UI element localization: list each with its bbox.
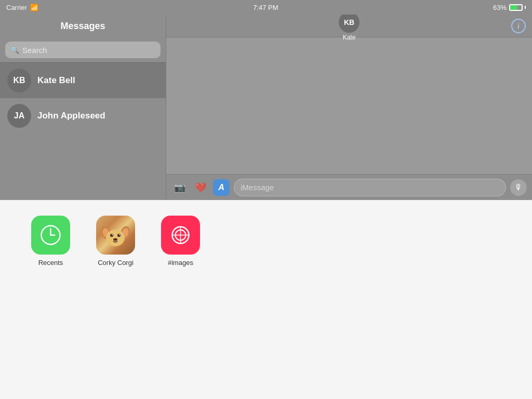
svg-point-10 — [117, 234, 121, 237]
images-icon — [161, 216, 200, 255]
heart-icon: ❤️ — [195, 182, 206, 193]
search-bar[interactable]: 🔍 Search — [5, 42, 161, 58]
apps-row: Recents — [0, 200, 532, 282]
camera-icon: 📷 — [174, 182, 185, 193]
corgi-label: Corky Corgi — [98, 259, 134, 267]
battery-fill — [510, 5, 517, 10]
chat-body — [166, 37, 532, 174]
bottom-panel: Recents — [0, 200, 532, 399]
imessage-input[interactable]: iMessage — [234, 179, 506, 196]
mic-button[interactable]: 🎙 — [510, 179, 527, 196]
battery-percent: 63% — [493, 4, 507, 11]
wifi-icon: 📶 — [30, 4, 38, 11]
sidebar-title: Messages — [60, 21, 105, 32]
chat-contact-name: Kate — [343, 34, 356, 41]
contact-item-john-appleseed[interactable]: JA John Appleseed — [0, 98, 166, 133]
svg-point-13 — [113, 238, 117, 241]
avatar-kate-bell: KB — [7, 69, 31, 92]
sidebar-title-bar: Messages — [0, 15, 166, 37]
svg-point-12 — [119, 234, 120, 235]
svg-point-8 — [106, 230, 125, 246]
status-right: 63% — [493, 4, 526, 11]
svg-point-11 — [112, 234, 113, 235]
mic-icon: 🎙 — [514, 183, 523, 192]
app-item-corky-corgi[interactable]: Corky Corgi — [96, 216, 135, 267]
contact-name-john-appleseed: John Appleseed — [37, 111, 105, 121]
recents-icon — [31, 216, 70, 255]
battery-tip — [525, 6, 526, 9]
heart-button[interactable]: ❤️ — [192, 179, 209, 196]
camera-button[interactable]: 📷 — [171, 179, 188, 196]
chat-header-info: KB Kate — [339, 12, 360, 41]
images-label: #images — [168, 259, 193, 267]
time-display: 7:47 PM — [253, 4, 278, 11]
corgi-icon — [96, 216, 135, 255]
contact-item-kate-bell[interactable]: KB Kate Bell — [0, 62, 166, 98]
chat-area: KB Kate i 📷 ❤️ A iMessage 🎙 — [166, 0, 532, 200]
search-icon: 🔍 — [10, 46, 19, 54]
carrier-label: Carrier — [6, 4, 27, 11]
avatar-john-appleseed: JA — [7, 104, 31, 128]
search-bar-container: 🔍 Search — [0, 37, 166, 62]
appstore-button[interactable]: A — [213, 179, 230, 196]
battery-indicator — [509, 4, 526, 11]
app-item-images[interactable]: #images — [161, 216, 200, 267]
sidebar: Messages 🔍 Search KB Kate Bell JA John A… — [0, 0, 166, 200]
battery-bar — [509, 4, 523, 11]
chat-input-bar: 📷 ❤️ A iMessage 🎙 — [166, 174, 532, 200]
appstore-icon: A — [218, 183, 224, 192]
search-placeholder: Search — [22, 46, 47, 55]
app-container: Messages 🔍 Search KB Kate Bell JA John A… — [0, 0, 532, 200]
status-bar: Carrier 📶 7:47 PM 63% — [0, 0, 532, 15]
app-item-recents[interactable]: Recents — [31, 216, 70, 267]
info-button[interactable]: i — [511, 19, 526, 33]
chat-header-avatar: KB — [339, 12, 360, 33]
contact-name-kate-bell: Kate Bell — [37, 75, 75, 86]
status-left: Carrier 📶 — [6, 4, 38, 11]
svg-point-9 — [110, 234, 113, 237]
recents-label: Recents — [38, 259, 63, 267]
